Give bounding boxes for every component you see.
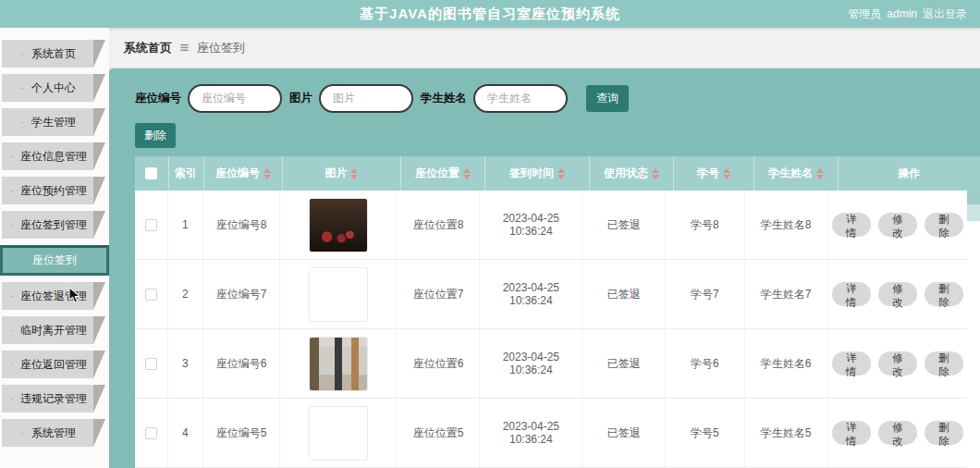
search-toolbar: 座位编号 图片 学生姓名 查询 [135, 83, 980, 113]
cell-actions: 详情 修改 删除 [828, 399, 967, 467]
sort-icon[interactable] [652, 168, 659, 179]
sidebar-item-label: 临时离开管理 [20, 323, 96, 339]
sidebar-item-label: 违规记录管理 [20, 391, 96, 407]
sort-icon[interactable] [557, 168, 565, 179]
table-header-row: 索引座位编号图片座位位置签到时间使用状态学号学生姓名操作 [135, 156, 980, 191]
row-checkbox[interactable] [145, 219, 157, 231]
search-field-seat-no: 座位编号 [135, 84, 282, 113]
sidebar-subitem-label: 座位签到 [32, 252, 77, 268]
cell-student-name: 学生姓名8 [745, 191, 828, 259]
column-label: 学生姓名 [768, 166, 813, 181]
row-checkbox-cell[interactable] [135, 260, 168, 328]
sidebar-item-7[interactable]: 座位签退管理 [2, 282, 105, 310]
seat-photo[interactable] [310, 268, 367, 321]
sidebar-item-2[interactable]: 个人中心 [2, 74, 105, 102]
seat-photo[interactable] [310, 338, 367, 390]
row-checkbox[interactable] [145, 289, 157, 301]
sidebar-item-8[interactable]: 临时离开管理 [2, 316, 105, 344]
cell-student-id: 学号5 [666, 399, 745, 467]
sidebar-item-label: 座位预约管理 [20, 183, 96, 199]
cell-checkin-time: 2023-04-25 10:36:24 [480, 191, 582, 259]
cell-index: 3 [168, 329, 203, 398]
delete-row-button[interactable]: 删除 [925, 213, 963, 237]
main-content: 系统首页 座位签到 座位编号 图片 [109, 28, 980, 468]
detail-button[interactable]: 详情 [832, 421, 871, 445]
cell-position: 座位位置5 [397, 399, 480, 467]
cell-position: 座位位置7 [397, 260, 480, 328]
cell-student-id: 学号6 [666, 329, 745, 398]
header-checkbox-cell [135, 156, 169, 191]
row-checkbox[interactable] [145, 358, 157, 370]
detail-button[interactable]: 详情 [832, 282, 871, 306]
delete-row-button[interactable]: 删除 [925, 282, 963, 306]
logout-button[interactable]: 退出登录 [923, 6, 967, 22]
sidebar-item-3[interactable]: 学生管理 [2, 108, 105, 136]
detail-button[interactable]: 详情 [832, 351, 871, 376]
sort-icon[interactable] [263, 168, 271, 179]
student-name-input[interactable] [473, 84, 568, 113]
select-all-checkbox[interactable] [145, 167, 157, 179]
row-checkbox-cell[interactable] [135, 329, 168, 398]
sort-icon[interactable] [816, 168, 824, 179]
breadcrumb-separator-icon [178, 42, 190, 54]
row-checkbox[interactable] [145, 427, 157, 439]
sidebar-item-label: 学生管理 [31, 115, 85, 130]
cell-status: 已签退 [582, 191, 666, 259]
seat-no-label: 座位编号 [135, 91, 181, 106]
query-button[interactable]: 查询 [586, 85, 629, 112]
row-checkbox-cell[interactable] [135, 191, 168, 259]
edit-button[interactable]: 修改 [878, 351, 917, 376]
cell-checkin-time: 2023-04-25 10:36:24 [480, 260, 582, 328]
sidebar-item-4[interactable]: 座位信息管理 [2, 142, 105, 170]
delete-row-button[interactable]: 删除 [925, 351, 963, 376]
edit-button[interactable]: 修改 [878, 421, 917, 445]
cell-position: 座位位置6 [397, 329, 480, 398]
sidebar: 系统首页 个人中心 学生管理 座位信息管理 座位预约管理 座位签到管理 座位签到… [0, 28, 109, 468]
sidebar-item-11[interactable]: 系统管理 [2, 419, 105, 447]
sort-icon[interactable] [350, 168, 358, 179]
image-input[interactable] [319, 84, 413, 113]
sort-icon[interactable] [723, 168, 730, 179]
sidebar-item-5[interactable]: 座位预约管理 [2, 177, 105, 204]
cell-student-name: 学生姓名5 [745, 399, 828, 467]
cell-student-name: 学生姓名6 [745, 329, 828, 398]
column-label: 图片 [325, 166, 347, 181]
column-header: 操作 [839, 156, 980, 191]
cell-student-id: 学号7 [666, 260, 745, 328]
cell-status: 已签退 [582, 329, 666, 398]
cell-position: 座位位置8 [397, 191, 480, 259]
data-table: 索引座位编号图片座位位置签到时间使用状态学号学生姓名操作 1 座位编号8 座位位… [135, 156, 980, 468]
cell-status: 已签退 [582, 399, 666, 467]
batch-delete-button[interactable]: 删除 [135, 123, 176, 148]
column-label: 签到时间 [509, 166, 554, 181]
sidebar-item-6[interactable]: 座位签到管理 [2, 211, 105, 239]
sidebar-item-10[interactable]: 违规记录管理 [2, 385, 105, 413]
table-row: 1 座位编号8 座位位置8 2023-04-25 10:36:24 已签退 学号… [135, 191, 967, 260]
cell-student-name: 学生姓名7 [745, 260, 828, 328]
row-checkbox-cell[interactable] [135, 399, 168, 467]
cell-index: 1 [168, 191, 203, 259]
column-label: 座位编号 [215, 166, 260, 181]
cell-student-id: 学号8 [666, 191, 745, 259]
detail-button[interactable]: 详情 [832, 213, 871, 237]
seat-photo[interactable] [310, 199, 367, 252]
sort-icon[interactable] [463, 168, 471, 179]
sidebar-item-1[interactable]: 系统首页 [2, 40, 105, 68]
delete-row-button[interactable]: 删除 [925, 421, 963, 445]
username-label: admin [887, 7, 917, 20]
edit-button[interactable]: 修改 [878, 213, 917, 237]
cell-image [280, 191, 397, 259]
seat-no-input[interactable] [188, 84, 282, 113]
seat-photo[interactable] [310, 407, 367, 460]
column-header: 座位编号 [204, 156, 283, 191]
sidebar-item-9[interactable]: 座位返回管理 [2, 351, 105, 378]
cell-seat-no: 座位编号5 [203, 399, 281, 467]
sidebar-subitem[interactable]: 座位签到 [0, 245, 109, 276]
breadcrumb-current: 座位签到 [197, 40, 245, 56]
sidebar-item-label: 座位信息管理 [20, 149, 96, 165]
breadcrumb-root[interactable]: 系统首页 [124, 40, 172, 56]
cell-actions: 详情 修改 删除 [828, 329, 967, 398]
edit-button[interactable]: 修改 [878, 282, 917, 306]
table-row: 3 座位编号6 座位位置6 2023-04-25 10:36:24 已签退 学号… [135, 329, 967, 399]
image-label: 图片 [289, 91, 312, 106]
